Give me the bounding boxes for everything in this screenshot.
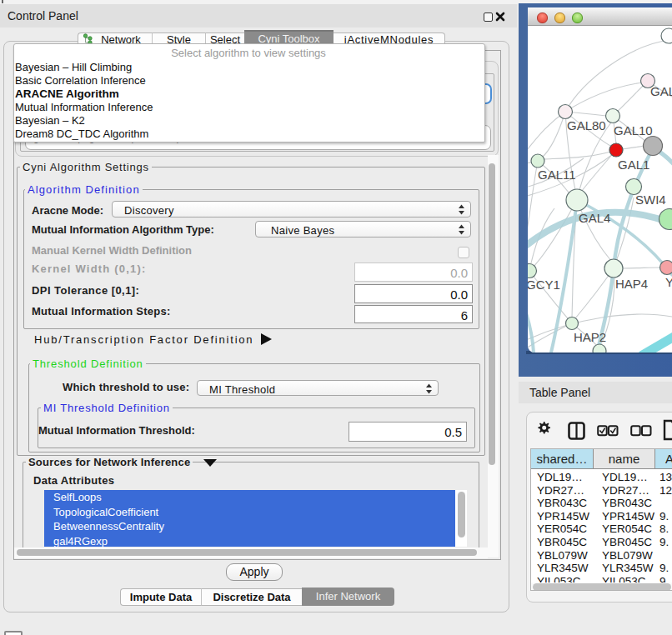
svg-text:YL: YL bbox=[665, 275, 672, 289]
svg-text:HAP4: HAP4 bbox=[615, 277, 648, 291]
svg-text:GAL11: GAL11 bbox=[538, 168, 576, 182]
svg-text:GCY1: GCY1 bbox=[528, 278, 560, 292]
svg-text:GAL4: GAL4 bbox=[579, 211, 610, 225]
svg-text:GAL1: GAL1 bbox=[618, 158, 649, 172]
svg-text:GAL2: GAL2 bbox=[650, 84, 672, 98]
svg-text:GAL80: GAL80 bbox=[567, 118, 606, 132]
svg-text:GAL10: GAL10 bbox=[614, 123, 653, 138]
svg-text:HAP2: HAP2 bbox=[574, 330, 606, 344]
svg-text:SWI4: SWI4 bbox=[635, 192, 666, 207]
